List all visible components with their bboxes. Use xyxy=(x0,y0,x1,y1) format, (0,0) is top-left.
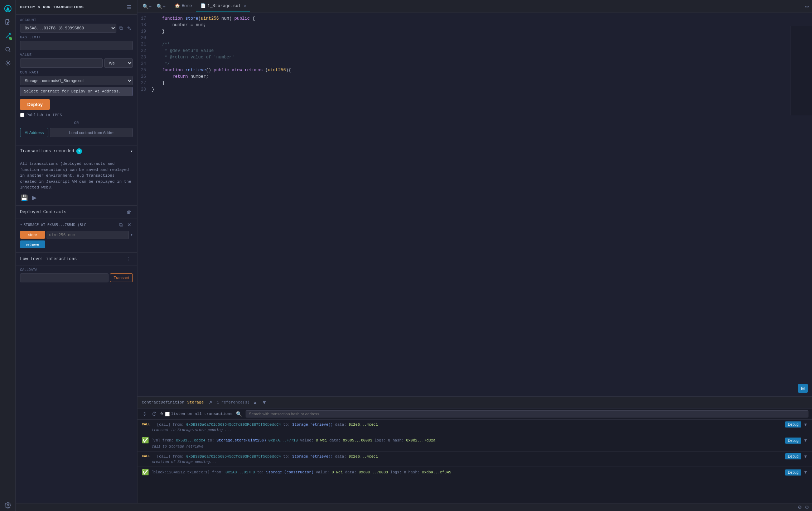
sidebar-icon-deploy[interactable] xyxy=(2,30,14,42)
tx-1-text: [call] from: 0x5B38Da6a701c568545dCfcB03… xyxy=(157,422,783,427)
copy-contract-btn[interactable]: ⧉ xyxy=(118,221,124,229)
zoom-controls: 🔍− 🔍+ xyxy=(140,3,168,10)
status-settings-btn[interactable]: ⚙ xyxy=(798,505,802,510)
tx-3-badge: CALL xyxy=(142,454,155,458)
zoom-in-btn[interactable]: 🔍+ xyxy=(154,3,168,10)
tab-storage[interactable]: 📄 1_Storage.sol ✕ xyxy=(196,1,250,11)
retrieve-function-row: retrieve xyxy=(20,240,133,248)
account-label: ACCOUNT xyxy=(20,18,133,22)
svg-point-9 xyxy=(7,62,9,64)
tx-3-debug-btn[interactable]: Debug xyxy=(785,453,801,459)
tx-list: CALL [call] from: 0x5B38Da6a701c568545dC… xyxy=(137,420,812,511)
tx-1-expand-btn[interactable]: ▼ xyxy=(803,422,808,427)
tx-2-sub: call to Storage.retrieve xyxy=(142,444,808,449)
contract-def-name: Storage xyxy=(187,400,204,405)
transactions-section-header[interactable]: Transactions recorded 1 ▾ xyxy=(16,145,137,157)
account-select[interactable]: 0x5A8...017F8 (8.99996860 xyxy=(20,24,116,33)
sidebar-icons xyxy=(0,0,16,511)
storage-tab-close[interactable]: ✕ xyxy=(244,4,246,8)
tx-search-input[interactable] xyxy=(246,410,808,417)
filter-time-btn[interactable]: ⏱ xyxy=(150,410,158,417)
tx-2-debug-btn[interactable]: Debug xyxy=(785,438,801,444)
overlay-monitor-btn[interactable]: ⊞ xyxy=(798,384,808,393)
edit-account-btn[interactable]: ✎ xyxy=(126,25,133,32)
ref-down-btn[interactable]: ▼ xyxy=(260,399,268,406)
value-input[interactable]: 0 xyxy=(20,58,103,68)
store-param-input[interactable] xyxy=(47,231,129,239)
store-function-btn[interactable]: store xyxy=(20,231,45,239)
svg-line-8 xyxy=(9,51,10,52)
tx-1-sub: transact to Storage.store pending ... xyxy=(142,428,808,433)
value-label: VALUE xyxy=(20,53,133,57)
tx-item-1-main: CALL [call] from: 0x5B38Da6a701c568545dC… xyxy=(142,421,808,428)
transactions-chevron: ▾ xyxy=(130,149,133,154)
zoom-out-btn[interactable]: 🔍− xyxy=(140,3,154,10)
ref-up-btn[interactable]: ▲ xyxy=(251,399,259,406)
filter-scroll-btn[interactable]: ⇕ xyxy=(141,410,148,417)
listen-checkbox-input[interactable] xyxy=(165,412,170,416)
tx-4-debug-btn[interactable]: Debug xyxy=(785,469,801,476)
calldata-row: Transact xyxy=(16,273,137,286)
low-level-header: Low level interactions ⋮ xyxy=(16,252,137,266)
tx-4-expand-btn[interactable]: ▼ xyxy=(803,470,808,475)
overlay-btns: ⊞ xyxy=(798,384,808,393)
calldata-input[interactable] xyxy=(20,273,108,282)
store-function-row: store ▾ xyxy=(20,231,133,239)
contract-row: Storage - contracts/1_Storage.sol xyxy=(20,76,133,85)
tx-1-debug-btn[interactable]: Debug xyxy=(785,421,801,428)
sidebar-icon-logo[interactable] xyxy=(2,3,14,14)
bottom-panel: ContractDefinition Storage ↗ 1 reference… xyxy=(137,396,812,511)
contract-def-bar: ContractDefinition Storage ↗ 1 reference… xyxy=(137,397,812,409)
deploy-button[interactable]: Deploy xyxy=(20,99,50,110)
filter-count: 0 xyxy=(160,412,163,416)
status-bar: ⚙ ⚙ xyxy=(137,503,812,511)
contract-select[interactable]: Storage - contracts/1_Storage.sol xyxy=(20,76,133,85)
save-tx-btn[interactable]: 💾 xyxy=(20,194,29,202)
transact-button[interactable]: Transact xyxy=(110,273,133,282)
home-tab-label: Home xyxy=(182,4,192,9)
tx-2-text: [vm] from: 0x5B3...eddC4 to: Storage.sto… xyxy=(151,438,783,443)
transactions-title: Transactions recorded 1 xyxy=(20,148,82,154)
tx-3-sub: creation of Storage pending... xyxy=(142,459,808,465)
retrieve-function-btn[interactable]: retrieve xyxy=(20,240,45,248)
transactions-description: All transactions (deployed contracts and… xyxy=(20,161,133,191)
tab-bar: 🔍− 🔍+ 🏠 Home 📄 1_Storage.sol ✕ ⇔ xyxy=(137,0,812,13)
code-line-24: 24 */ xyxy=(137,61,812,67)
low-level-menu-btn[interactable]: ⋮ xyxy=(125,255,133,263)
sidebar-icon-search[interactable] xyxy=(2,44,14,55)
sidebar-icon-files[interactable] xyxy=(2,16,14,28)
search-icon-btn[interactable]: 🔍 xyxy=(235,410,243,417)
tx-2-expand-btn[interactable]: ▼ xyxy=(803,438,808,443)
tx-item-4-main: ✅ [block:12846212 txIndex:1] from: 0x5A8… xyxy=(142,469,808,476)
publish-ipfs-checkbox[interactable] xyxy=(20,113,24,117)
svg-line-5 xyxy=(6,33,10,38)
code-wrapper: 17 function store(uint256 num) public { … xyxy=(137,13,812,396)
tab-home[interactable]: 🏠 Home xyxy=(170,1,196,11)
tx-3-expand-btn[interactable]: ▼ xyxy=(803,454,808,459)
code-area: 17 function store(uint256 num) public { … xyxy=(137,13,812,96)
status-plugin-btn[interactable]: ⚙ xyxy=(805,505,809,510)
code-line-22: 22 * @dev Return value xyxy=(137,48,812,54)
at-address-button[interactable]: At Address xyxy=(20,128,48,137)
unit-select[interactable]: WeiGweiFinneyEther xyxy=(104,58,133,68)
sidebar-icon-settings[interactable] xyxy=(2,500,14,511)
contract-chevron-icon: ▾ xyxy=(20,223,22,227)
tx-item-4: ✅ [block:12846212 txIndex:1] from: 0x5A8… xyxy=(137,467,812,478)
load-contract-button[interactable]: Load contract from Addre xyxy=(50,128,133,137)
deploy-panel-menu-btn[interactable]: ☰ xyxy=(125,4,133,11)
play-tx-btn[interactable]: ▶ xyxy=(32,194,37,202)
listen-checkbox-label: listen on all transactions xyxy=(165,412,233,416)
remove-contract-btn[interactable]: ✕ xyxy=(126,221,133,228)
expand-editor-btn[interactable]: ⇔ xyxy=(805,4,809,9)
svg-marker-1 xyxy=(6,7,10,11)
publish-ipfs-row: Publish to IPFS xyxy=(20,113,133,117)
contract-def-type: ContractDefinition xyxy=(142,400,184,405)
copy-account-btn[interactable]: ⧉ xyxy=(118,24,124,32)
storage-tab-label: 1_Storage.sol xyxy=(207,4,241,9)
contract-def-share-btn[interactable]: ↗ xyxy=(207,399,214,406)
gas-limit-input[interactable]: 3000000 xyxy=(20,41,133,50)
tx-filter-bar: ⇕ ⏱ 0 listen on all transactions 🔍 xyxy=(137,409,812,420)
sidebar-icon-plugin[interactable] xyxy=(2,57,14,69)
store-expand-icon[interactable]: ▾ xyxy=(130,232,133,238)
clear-contracts-btn[interactable]: 🗑 xyxy=(125,209,133,216)
